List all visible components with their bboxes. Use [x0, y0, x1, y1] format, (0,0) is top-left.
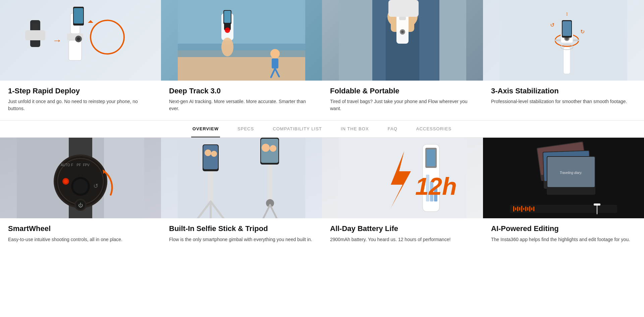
feature-image-portable: [322, 0, 483, 81]
svg-rect-75: [268, 165, 272, 205]
svg-point-11: [77, 37, 80, 41]
svg-text:↺: ↺: [93, 183, 98, 189]
feature-desc-selfie: Flow is the only smartphone gimbal with …: [169, 236, 314, 243]
svg-rect-105: [517, 207, 518, 211]
feature-content-track: Deep Track 3.0 Next-gen AI tracking. Mor…: [161, 87, 322, 112]
svg-point-71: [211, 151, 217, 157]
feature-card-stabilize: ↺ ↻ ↕ 3-Axis Stabilization Professional-…: [483, 0, 644, 120]
feature-card-selfie: Built-In Selfie Stick & Tripod Flow is t…: [161, 138, 322, 254]
feature-image-editing: Traveling diary. Traveling diary.: [483, 138, 644, 218]
feature-card-editing: Traveling diary. Traveling diary.: [483, 138, 644, 254]
svg-point-58: [64, 179, 68, 183]
feature-card-track: Deep Track 3.0 Next-gen AI tracking. Mor…: [161, 0, 322, 120]
svg-rect-108: [523, 208, 524, 210]
top-features-grid: →: [0, 0, 644, 120]
svg-rect-107: [521, 206, 522, 212]
svg-rect-14: [178, 44, 305, 57]
svg-rect-109: [525, 207, 526, 211]
feature-card-deploy: →: [0, 0, 161, 120]
feature-content-selfie: Built-In Selfie Stick & Tripod Flow is t…: [161, 224, 322, 243]
svg-point-24: [221, 38, 233, 56]
feature-title-deploy: 1-Step Rapid Deploy: [8, 87, 153, 95]
feature-desc-deploy: Just unfold it once and go. No need to r…: [8, 98, 153, 112]
feature-card-portable: Foldable & Portable Tired of travel bags…: [322, 0, 483, 120]
svg-rect-113: [533, 207, 534, 211]
svg-rect-112: [531, 208, 532, 210]
feature-content-stabilize: 3-Axis Stabilization Professional-level …: [483, 87, 644, 105]
feature-title-battery: All-Day Battery Life: [330, 224, 475, 233]
svg-point-23: [225, 28, 230, 33]
svg-rect-111: [529, 206, 530, 212]
svg-text:↻: ↻: [580, 29, 585, 35]
feature-content-portable: Foldable & Portable Tired of travel bags…: [322, 87, 483, 112]
feature-image-deploy: →: [0, 0, 161, 81]
svg-rect-87: [427, 149, 435, 166]
svg-rect-33: [388, 0, 419, 17]
feature-title-portable: Foldable & Portable: [330, 87, 475, 95]
feature-image-smartwheel: AUTO F PF FPV ⏻: [0, 138, 161, 218]
svg-rect-16: [272, 58, 278, 69]
svg-rect-8: [74, 8, 83, 24]
feature-content-editing: AI-Powered Editing The Insta360 app help…: [483, 224, 644, 243]
feature-title-stabilize: 3-Axis Stabilization: [491, 87, 636, 95]
svg-text:F: F: [71, 163, 73, 167]
feature-title-editing: AI-Powered Editing: [491, 224, 636, 233]
svg-text:↕: ↕: [566, 11, 568, 16]
nav-overview[interactable]: OVERVIEW: [191, 121, 220, 137]
bottom-features-grid: AUTO F PF FPV ⏻: [0, 138, 644, 254]
feature-desc-portable: Tired of travel bags? Just take your pho…: [330, 98, 475, 112]
nav-compatibility[interactable]: COMPATIBILITY LIST: [271, 121, 323, 137]
feature-content-deploy: 1-Step Rapid Deploy Just unfold it once …: [0, 87, 161, 112]
svg-rect-103: [513, 206, 514, 212]
svg-text:FPV: FPV: [83, 163, 90, 167]
nav-specs[interactable]: SPECS: [236, 121, 255, 137]
feature-content-smartwheel: SmartWheel Easy-to-use intuitive shootin…: [0, 224, 161, 243]
svg-rect-22: [224, 11, 231, 23]
feature-image-track: [161, 0, 322, 81]
svg-rect-43: [562, 21, 571, 36]
svg-rect-104: [515, 208, 516, 210]
feature-desc-editing: The Insta360 app helps find the highligh…: [491, 236, 636, 243]
feature-desc-battery: 2900mAh battery. You heard us. 12 hours …: [330, 236, 475, 243]
nav-faq[interactable]: FAQ: [386, 121, 399, 137]
svg-text:Traveling diary.: Traveling diary.: [560, 171, 582, 175]
svg-rect-66: [178, 138, 305, 218]
svg-point-15: [270, 49, 280, 58]
svg-rect-69: [203, 145, 218, 169]
nav-in-the-box[interactable]: IN THE BOX: [339, 121, 370, 137]
svg-point-60: [73, 179, 88, 194]
svg-text:PF: PF: [77, 163, 81, 167]
nav-accessories[interactable]: ACCESSORIES: [415, 121, 453, 137]
svg-point-32: [401, 31, 404, 33]
svg-text:↺: ↺: [550, 22, 554, 28]
svg-text:⏻: ⏻: [78, 202, 83, 208]
svg-rect-106: [519, 207, 520, 211]
feature-title-smartwheel: SmartWheel: [8, 224, 153, 233]
svg-rect-115: [594, 203, 600, 206]
svg-rect-6: [69, 40, 82, 60]
svg-rect-110: [527, 207, 528, 211]
sticky-nav: OVERVIEW SPECS COMPATIBILITY LIST IN THE…: [0, 120, 644, 138]
feature-card-smartwheel: AUTO F PF FPV ⏻: [0, 138, 161, 254]
svg-text:12h: 12h: [415, 173, 457, 200]
feature-desc-stabilize: Professional-level stabilization for smo…: [491, 98, 636, 105]
svg-text:AUTO: AUTO: [61, 163, 70, 167]
feature-image-stabilize: ↺ ↻ ↕: [483, 0, 644, 81]
feature-image-selfie: [161, 138, 322, 218]
feature-content-battery: All-Day Battery Life 2900mAh battery. Yo…: [322, 224, 483, 243]
page-wrapper: →: [0, 0, 644, 254]
svg-point-70: [205, 149, 211, 156]
svg-point-79: [262, 144, 270, 152]
feature-title-selfie: Built-In Selfie Stick & Tripod: [169, 224, 314, 233]
svg-marker-9: [88, 20, 93, 23]
svg-point-80: [270, 145, 276, 152]
svg-text:→: →: [52, 35, 62, 46]
svg-rect-35: [564, 47, 570, 74]
feature-desc-track: Next-gen AI tracking. More versatile. Mo…: [169, 98, 314, 112]
feature-card-battery: 12h All-Day Battery Life 2900mAh battery…: [322, 138, 483, 254]
svg-rect-2: [25, 30, 45, 40]
feature-desc-smartwheel: Easy-to-use intuitive shooting controls,…: [8, 236, 153, 243]
feature-image-battery: 12h: [322, 138, 483, 218]
feature-title-track: Deep Track 3.0: [169, 87, 314, 95]
